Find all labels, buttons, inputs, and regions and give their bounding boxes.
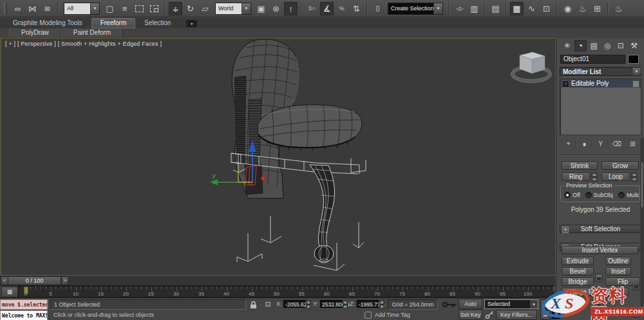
extrude-button[interactable]: Extrude [562, 257, 594, 265]
set-keys-key-icon[interactable] [442, 300, 457, 309]
current-frame-field[interactable]: 0 [552, 310, 560, 319]
snaps-toggle-icon[interactable]: 3∩ [305, 2, 319, 15]
current-frame-marker[interactable] [24, 287, 28, 294]
modify-tab-icon[interactable]: ◔ [574, 40, 587, 52]
curve-editor-icon[interactable]: ∿ [525, 2, 538, 15]
tab-paint-deform[interactable]: Paint Deform [61, 28, 123, 37]
layer-manager-icon[interactable]: ▤ [489, 2, 502, 15]
tab-polydraw[interactable]: PolyDraw [9, 28, 61, 37]
ribbon-tab-graphite-modeling-tools[interactable]: Graphite Modeling Tools [4, 18, 91, 28]
key-mode-icon[interactable] [485, 310, 494, 319]
select-object-icon[interactable]: ▢ [103, 2, 117, 15]
bevel-settings-button[interactable] [595, 301, 603, 309]
pin-stack-icon[interactable]: ⌖ [563, 139, 574, 149]
display-tab-icon[interactable]: ⊡ [614, 40, 627, 52]
ribbon-tab-selection[interactable]: Selection [135, 18, 180, 28]
minimize-ribbon-button[interactable]: ▾ [186, 20, 197, 27]
modifier-list-arrow-icon[interactable]: ▼ [632, 67, 641, 76]
remove-modifier-icon[interactable]: ⌫ [611, 139, 622, 149]
motion-tab-icon[interactable]: ◎ [601, 40, 613, 52]
z-coord-spinner[interactable]: ▲▼ [379, 300, 384, 309]
next-frame-button[interactable]: > [61, 276, 69, 285]
render-setup-icon[interactable]: ♨ [576, 2, 589, 15]
insert-vertex-button[interactable]: Insert Vertex [562, 246, 638, 254]
panel-scrollbar-thumb[interactable] [641, 162, 643, 207]
auto-key-button[interactable]: Auto Key [459, 299, 482, 309]
hinge-from-edge-button[interactable]: Hinge From Edge [562, 288, 629, 296]
time-slider-handle[interactable]: 0 / 100 [8, 276, 61, 285]
maxscript-listener-line1[interactable]: move $.selected [0, 299, 48, 310]
absolute-offset-toggle-icon[interactable]: ⊡ [263, 299, 273, 310]
spinner-snap-icon[interactable]: ⇅ [350, 2, 363, 15]
utilities-tab-icon[interactable]: ⚒ [628, 40, 640, 52]
percent-snap-icon[interactable]: % [335, 2, 348, 15]
select-and-rotate-icon[interactable]: ↻ [184, 2, 197, 15]
render-production-icon[interactable]: ♨ [612, 2, 625, 15]
select-and-link-icon[interactable]: ∞ [11, 2, 24, 15]
modifier-stack-item[interactable]: ○ Editable Poly [560, 79, 641, 88]
hierarchy-tab-icon[interactable]: ▤ [588, 40, 600, 52]
named-selection-sets-select[interactable]: Create Selection Se▼ [388, 3, 443, 15]
grow-button[interactable]: Grow [601, 162, 639, 170]
bridge-button[interactable]: Bridge [562, 278, 594, 286]
create-tab-icon[interactable]: ✳ [561, 40, 573, 52]
align-icon[interactable]: ▥ [468, 2, 481, 15]
selection-lock-icon[interactable] [249, 300, 258, 309]
rendered-frame-window-icon[interactable]: ⊞ [591, 2, 604, 15]
mirror-icon[interactable]: ◁▷ [453, 2, 466, 15]
panel-scrollbar[interactable] [641, 138, 643, 306]
shrink-button[interactable]: Shrink [562, 162, 598, 170]
add-time-tag-label[interactable]: Add Time Tag [375, 310, 410, 320]
select-and-scale-icon[interactable]: ▱ [198, 2, 212, 15]
bind-to-space-warp-icon[interactable]: ≋ [41, 2, 54, 15]
y-coord-spinner[interactable]: ▲▼ [343, 300, 348, 309]
rectangular-selection-region-icon[interactable] [133, 2, 146, 15]
perspective-viewport[interactable]: [ + ] [ Perspective ] [ Smooth + Highlig… [1, 38, 556, 276]
edit-named-selection-sets-icon[interactable]: {} [371, 2, 384, 15]
unlink-selection-icon[interactable]: ⋈ [26, 2, 39, 15]
rollout-expand-icon[interactable]: + [562, 227, 569, 233]
keyboard-shortcut-override-icon[interactable]: ↑ [284, 2, 298, 15]
viewport-label[interactable]: [ + ] [ Perspective ] [ Smooth + Highlig… [5, 41, 162, 47]
select-and-move-icon[interactable]: ↔↕ [169, 2, 182, 15]
modifier-list-dropdown[interactable]: Modifier List ▼ [560, 67, 641, 76]
soft-selection-rollout[interactable]: + Soft Selection [560, 225, 641, 233]
go-to-end-button[interactable]: ▸▸ [540, 310, 551, 320]
flip-button[interactable]: Flip [605, 278, 640, 286]
set-key-button[interactable]: Set Key [459, 310, 482, 320]
inset-button[interactable]: Inset [605, 267, 631, 276]
schematic-view-icon[interactable]: ⊡ [540, 2, 553, 15]
mini-curve-editor-button[interactable]: ▦ [1, 287, 18, 297]
object-color-swatch[interactable] [628, 55, 639, 64]
selection-filter-select[interactable]: All▼ [64, 3, 100, 15]
preview-off-radio[interactable]: Off [564, 192, 580, 198]
modifier-onoff-icon[interactable]: ○ [562, 80, 569, 88]
modifier-stack[interactable]: ○ Editable Poly [560, 79, 641, 135]
make-unique-icon[interactable]: Y [595, 139, 606, 149]
ring-button[interactable]: Ring [562, 173, 590, 181]
configure-modifier-sets-icon[interactable]: ⊞ [627, 139, 638, 149]
loop-button[interactable]: Loop [601, 173, 630, 181]
extrude-settings-button[interactable] [595, 274, 603, 282]
use-pivot-point-center-icon[interactable]: ▣ [254, 2, 268, 15]
preview-multi-radio[interactable]: Multi [618, 192, 639, 198]
key-filters-button[interactable]: Key Filters... [496, 310, 537, 320]
toolbar-drag-handle[interactable] [4, 3, 7, 14]
object-name-field[interactable]: Object01 [560, 55, 625, 64]
material-editor-icon[interactable]: ◉ [561, 2, 574, 15]
select-by-name-icon[interactable]: ≡ [118, 2, 131, 15]
angle-snap-icon[interactable]: ∡ [320, 2, 334, 15]
outline-button[interactable]: Outline [605, 257, 631, 265]
x-coord-spinner[interactable]: ▲▼ [306, 300, 311, 309]
key-filter-dropdown[interactable]: Selected ▼ [484, 299, 538, 309]
dropdown-arrow-icon[interactable]: ▼ [530, 300, 538, 308]
window-crossing-toggle-icon[interactable] [147, 2, 161, 15]
show-end-result-icon[interactable]: ∎ [579, 139, 590, 149]
ribbon-toggle-icon[interactable]: ▦ [510, 2, 524, 15]
track-bar-ruler[interactable]: 0510152025303540455055606570758085909510… [18, 286, 554, 297]
bevel-button[interactable]: Bevel [562, 267, 594, 276]
loop-spinner[interactable]: ▲▼ [631, 173, 638, 181]
x-coord-field[interactable]: -2055.621 [283, 300, 305, 308]
y-coord-field[interactable]: 2532.806m [320, 300, 342, 308]
ring-spinner[interactable]: ▲▼ [591, 173, 598, 181]
